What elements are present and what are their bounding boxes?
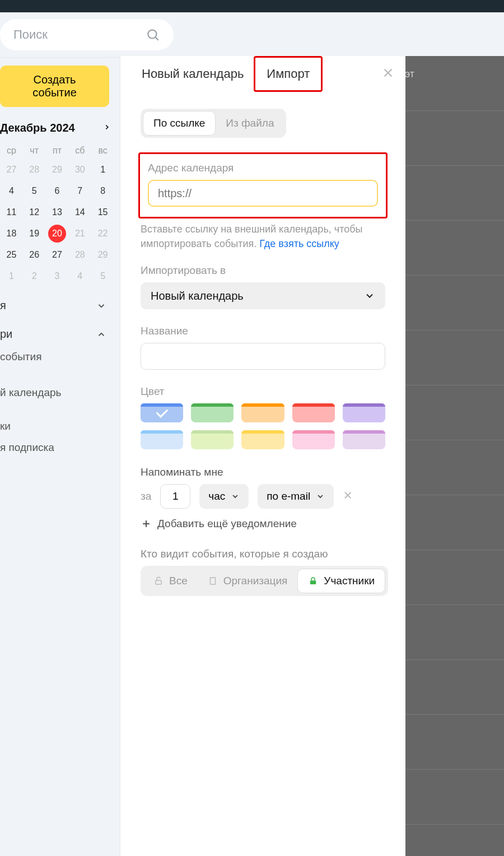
add-reminder-button[interactable]: Добавить ещё уведомление bbox=[141, 518, 385, 530]
color-row-1 bbox=[141, 403, 385, 422]
calendar-day[interactable]: 15 bbox=[94, 203, 112, 221]
create-event-button[interactable]: Создать событие bbox=[0, 66, 109, 107]
calendar-day[interactable]: 5 bbox=[94, 267, 112, 285]
mini-calendar-dow: срчтптсбвс bbox=[0, 142, 114, 159]
next-month-button[interactable] bbox=[103, 123, 111, 133]
calendar-day[interactable]: 19 bbox=[25, 225, 43, 243]
color-swatch[interactable] bbox=[191, 403, 234, 422]
visibility-label: Кто видит события, которые я создаю bbox=[141, 548, 385, 560]
color-swatch[interactable] bbox=[191, 430, 234, 449]
calendar-day[interactable]: 25 bbox=[2, 246, 20, 264]
color-label: Цвет bbox=[141, 385, 385, 398]
remind-unit-label: час bbox=[208, 490, 225, 503]
calendar-day[interactable]: 1 bbox=[94, 161, 112, 179]
calendar-day[interactable]: 3 bbox=[48, 267, 66, 285]
calendar-week: 2526272829 bbox=[0, 244, 114, 266]
calendar-day[interactable]: 5 bbox=[25, 182, 43, 200]
calendar-day[interactable]: 2 bbox=[25, 267, 43, 285]
url-label: Адрес календаря bbox=[148, 162, 378, 174]
calendar-day[interactable]: 29 bbox=[48, 161, 66, 179]
calendar-day[interactable]: 6 bbox=[48, 182, 66, 200]
calendar-day[interactable]: 7 bbox=[71, 182, 89, 200]
mini-calendar-header: Декабрь 2024 bbox=[0, 122, 114, 142]
color-swatch[interactable] bbox=[343, 403, 385, 422]
calendar-day[interactable]: 12 bbox=[25, 203, 43, 221]
sidebar-item-0[interactable]: события bbox=[0, 346, 114, 367]
url-hint: Вставьте ссылку на внешний календарь, чт… bbox=[141, 222, 385, 251]
sidebar-item-2[interactable]: ки bbox=[0, 416, 114, 437]
window-top-bar bbox=[0, 0, 504, 12]
calendar-day[interactable]: 28 bbox=[71, 246, 89, 264]
sidebar-item-1[interactable]: й календарь bbox=[0, 382, 114, 403]
tab-import-highlight: Импорт bbox=[254, 56, 323, 92]
color-swatch[interactable] bbox=[292, 430, 335, 449]
sidebar: Создать событие Декабрь 2024 срчтптсбвс … bbox=[0, 58, 120, 856]
vis-participants[interactable]: Участники bbox=[297, 569, 385, 593]
tab-import[interactable]: Импорт bbox=[267, 67, 310, 81]
svg-line-1 bbox=[156, 38, 158, 40]
timeline-backdrop: эт bbox=[405, 56, 504, 856]
sidebar-section-2-label: ри bbox=[0, 328, 12, 341]
search-bar-area: Поиск bbox=[0, 12, 504, 58]
calendar-day[interactable]: 11 bbox=[2, 203, 20, 221]
calendar-day[interactable]: 27 bbox=[48, 246, 66, 264]
calendar-name-input[interactable] bbox=[141, 343, 385, 370]
sidebar-item-3[interactable]: я подписка bbox=[0, 437, 114, 458]
color-swatch[interactable] bbox=[241, 430, 284, 449]
calendar-day[interactable]: 29 bbox=[94, 246, 112, 264]
import-panel: Новый календарь Импорт По ссылке Из файл… bbox=[120, 56, 405, 856]
chevron-down-icon bbox=[364, 290, 375, 301]
add-reminder-label: Добавить ещё уведомление bbox=[157, 518, 297, 530]
calendar-day[interactable]: 30 bbox=[71, 161, 89, 179]
calendar-url-input[interactable] bbox=[148, 180, 378, 207]
calendar-day[interactable]: 20 bbox=[48, 225, 66, 243]
calendar-day[interactable]: 21 bbox=[71, 225, 89, 243]
vis-org[interactable]: Организация bbox=[198, 569, 298, 593]
color-swatch[interactable] bbox=[343, 430, 385, 449]
vis-all[interactable]: Все bbox=[143, 569, 198, 593]
calendar-day[interactable]: 26 bbox=[25, 246, 43, 264]
remind-value-input[interactable] bbox=[160, 484, 190, 509]
color-swatch[interactable] bbox=[292, 403, 335, 422]
color-strip bbox=[191, 430, 234, 434]
dow-cell: пт bbox=[53, 146, 62, 156]
vis-all-label: Все bbox=[169, 575, 188, 587]
color-strip bbox=[141, 430, 183, 434]
remove-reminder-button[interactable] bbox=[343, 489, 353, 504]
plus-icon bbox=[141, 518, 152, 529]
remind-label: Напоминать мне bbox=[141, 466, 385, 478]
calendar-day[interactable]: 1 bbox=[2, 267, 20, 285]
calendar-day[interactable]: 27 bbox=[2, 161, 20, 179]
color-swatch[interactable] bbox=[241, 403, 284, 422]
search-placeholder: Поиск bbox=[13, 27, 48, 42]
svg-rect-14 bbox=[310, 580, 316, 584]
color-swatch[interactable] bbox=[141, 403, 183, 422]
calendar-day[interactable]: 22 bbox=[94, 225, 112, 243]
remind-unit-select[interactable]: час bbox=[199, 484, 249, 509]
tab-new-calendar[interactable]: Новый календарь bbox=[132, 57, 254, 91]
svg-rect-8 bbox=[156, 580, 162, 584]
sidebar-section-1[interactable]: я bbox=[0, 287, 114, 318]
seg-by-link[interactable]: По ссылке bbox=[143, 111, 216, 136]
chevron-down-icon bbox=[96, 301, 106, 311]
sidebar-section-2[interactable]: ри bbox=[0, 318, 114, 346]
calendar-day[interactable]: 28 bbox=[25, 161, 43, 179]
svg-rect-9 bbox=[210, 578, 215, 584]
calendar-day[interactable]: 4 bbox=[71, 267, 89, 285]
calendar-week: 1819202122 bbox=[0, 223, 114, 244]
calendar-week: 1112131415 bbox=[0, 202, 114, 223]
import-to-select[interactable]: Новый календарь bbox=[141, 282, 385, 309]
import-mode-segmented: По ссылке Из файла bbox=[141, 109, 286, 138]
url-highlight-box: Адрес календаря bbox=[138, 152, 388, 218]
calendar-day[interactable]: 13 bbox=[48, 203, 66, 221]
calendar-day[interactable]: 18 bbox=[2, 225, 20, 243]
calendar-day[interactable]: 8 bbox=[94, 182, 112, 200]
close-panel-button[interactable] bbox=[382, 65, 394, 83]
color-swatch[interactable] bbox=[141, 430, 183, 449]
seg-from-file[interactable]: Из файла bbox=[216, 111, 284, 136]
search-input-wrap[interactable]: Поиск bbox=[0, 19, 174, 50]
calendar-day[interactable]: 14 bbox=[71, 203, 89, 221]
where-link[interactable]: Где взять ссылку bbox=[259, 238, 339, 249]
remind-channel-select[interactable]: по e-mail bbox=[258, 484, 334, 509]
calendar-day[interactable]: 4 bbox=[2, 182, 20, 200]
